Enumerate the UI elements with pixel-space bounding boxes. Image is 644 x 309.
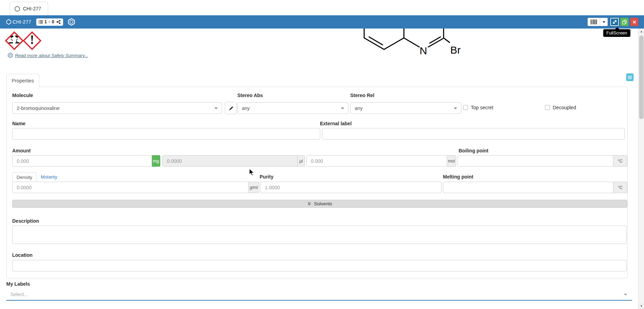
- close-button[interactable]: [630, 18, 638, 26]
- location-input[interactable]: [12, 260, 627, 271]
- bromine-atom-label: Br: [450, 44, 461, 56]
- print-barcode-button[interactable]: [588, 18, 600, 26]
- density-input[interactable]: [12, 182, 248, 193]
- decoupled-label: Decoupled: [553, 105, 576, 110]
- header-left: CHI-277 1 - 0: [6, 18, 75, 26]
- fullscreen-icon: [612, 19, 617, 24]
- barcode-button-group: [588, 18, 608, 26]
- copy-icon: [622, 19, 627, 24]
- amount-volume-input: [162, 155, 298, 167]
- my-labels-select[interactable]: Select...: [6, 288, 632, 301]
- counter-value: 1 - 0: [45, 19, 55, 24]
- melting-point-unit: °C: [613, 182, 627, 193]
- top-secret-label: Top secret: [471, 105, 493, 110]
- caret-down-icon: [341, 108, 344, 109]
- tab-density[interactable]: Density: [12, 172, 37, 182]
- solvents-button-label: Solvents: [314, 201, 332, 206]
- boiling-point-input[interactable]: [458, 155, 613, 167]
- decoupled-checkbox-row: Decoupled: [545, 105, 576, 110]
- vertical-scrollbar[interactable]: ▲ ▼: [638, 29, 644, 309]
- hexagon-icon: [15, 6, 20, 12]
- molecule-select-value: 2-bromoquinoxaline: [17, 105, 60, 111]
- molecule-structure-canvas: N Br: [358, 29, 477, 58]
- solvents-toggle-button[interactable]: Solvents: [12, 200, 627, 208]
- description-textarea[interactable]: [12, 225, 627, 244]
- density-unit: g/ml: [248, 182, 259, 193]
- safety-sheet-icon: [8, 53, 13, 58]
- nitrogen-atom-label: N: [420, 45, 427, 56]
- safety-summary-link[interactable]: Read more about Safety Summary...: [8, 53, 88, 58]
- header-actions: [588, 18, 638, 26]
- location-label: Location: [12, 252, 32, 258]
- barcode-options-dropdown-button[interactable]: [600, 18, 608, 26]
- ghs07-exclamation-pictogram: [23, 31, 41, 50]
- amount-volume-unit: µl: [298, 155, 305, 167]
- scrollbar-thumb[interactable]: [639, 35, 644, 119]
- mouse-cursor: [249, 168, 254, 176]
- amount-mol-unit: mol: [447, 155, 456, 167]
- amount-mol-input[interactable]: [306, 155, 447, 167]
- stereo-rel-value: any: [355, 105, 363, 111]
- ghs05-corrosive-pictogram: [5, 31, 24, 50]
- stereo-rel-select[interactable]: any: [350, 102, 461, 114]
- edit-molecule-button[interactable]: [225, 102, 237, 114]
- amount-mass-unit: mg: [152, 155, 160, 167]
- hexagon-icon: [6, 19, 11, 25]
- element-tab-chi-277[interactable]: CHI-277: [10, 2, 48, 15]
- stereo-rel-label: Stereo Rel: [350, 93, 374, 98]
- sliders-icon: [628, 76, 632, 79]
- description-label: Description: [12, 218, 39, 224]
- melting-point-input[interactable]: [443, 182, 613, 193]
- decoupled-checkbox[interactable]: [545, 105, 550, 110]
- caret-down-icon: [454, 108, 457, 109]
- sample-detail-window: CHI-277 CHI-277 1 - 0: [0, 0, 644, 309]
- top-secret-checkbox-row: Top secret: [463, 105, 493, 110]
- properties-panel: Molecule 2-bromoquinoxaline Stereo Abs a…: [6, 87, 628, 278]
- top-secret-checkbox[interactable]: [463, 105, 468, 110]
- tab-properties[interactable]: Properties: [6, 74, 39, 87]
- window-tab-bar: CHI-277: [0, 0, 644, 15]
- amount-mass-input[interactable]: [12, 155, 152, 167]
- sample-header-bar: CHI-277 1 - 0: [0, 15, 644, 29]
- tab-molarity[interactable]: Molarity: [41, 174, 57, 180]
- caret-down-icon: [603, 21, 605, 23]
- caret-down-icon: [624, 294, 627, 295]
- boiling-point-unit: °C: [613, 155, 627, 167]
- name-label: Name: [12, 121, 25, 126]
- double-chevron-down-icon: [307, 202, 311, 206]
- close-icon: [632, 20, 636, 24]
- my-labels-label: My Labels: [6, 281, 30, 287]
- pencil-icon: [228, 105, 233, 111]
- stereo-abs-label: Stereo Abs: [237, 93, 263, 98]
- melting-point-label: Melting point: [443, 174, 473, 180]
- share-icon: [56, 20, 61, 24]
- boiling-point-label: Boiling point: [459, 148, 489, 153]
- scroll-up-icon[interactable]: ▲: [638, 29, 644, 34]
- caret-down-icon: [214, 108, 218, 109]
- list-icon: [39, 20, 43, 24]
- panel-settings-button[interactable]: [626, 73, 634, 81]
- fullscreen-button[interactable]: [610, 18, 619, 26]
- molecule-select[interactable]: 2-bromoquinoxaline: [12, 102, 222, 114]
- external-label-input[interactable]: [322, 128, 625, 140]
- copy-sample-button[interactable]: [620, 18, 629, 26]
- purity-input[interactable]: [260, 182, 442, 193]
- my-labels-placeholder: Select...: [10, 292, 28, 297]
- name-input[interactable]: [12, 128, 320, 140]
- benzene-molecule-icon: [68, 18, 75, 26]
- purity-label: Purity: [260, 174, 274, 180]
- external-label-label: External label: [320, 121, 352, 126]
- collection-counter-badge[interactable]: 1 - 0: [36, 18, 63, 26]
- safety-link-label: Read more about Safety Summary...: [15, 53, 88, 58]
- stereo-abs-select[interactable]: any: [237, 102, 348, 114]
- sample-title: CHI-277: [13, 19, 31, 25]
- barcode-icon: [590, 19, 597, 24]
- stereo-abs-value: any: [242, 105, 250, 111]
- scroll-down-icon[interactable]: ▼: [638, 303, 644, 309]
- amount-label: Amount: [12, 148, 31, 153]
- molecule-label: Molecule: [12, 93, 33, 98]
- tab-title: CHI-277: [23, 6, 41, 11]
- fullscreen-tooltip: FullScreen: [603, 29, 630, 37]
